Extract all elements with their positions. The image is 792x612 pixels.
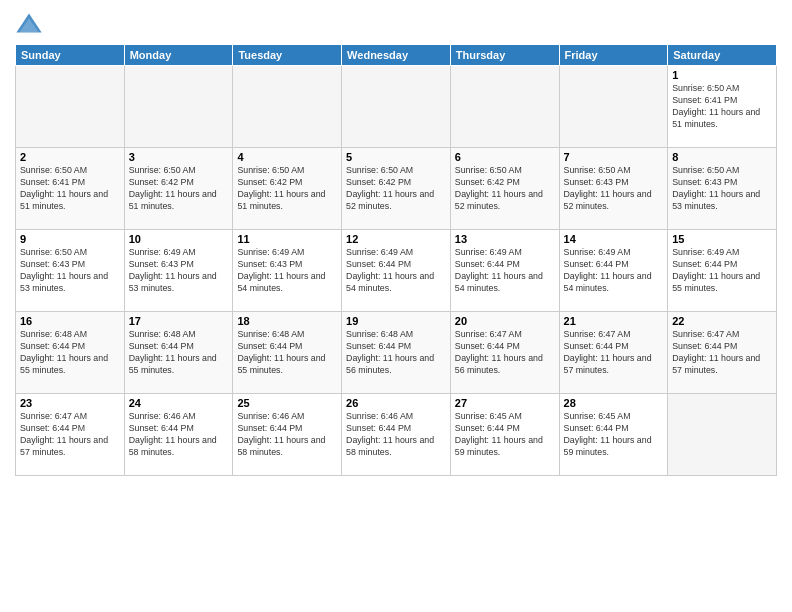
- calendar-header-tuesday: Tuesday: [233, 45, 342, 66]
- logo-icon: [15, 10, 43, 38]
- calendar-cell-5: 5Sunrise: 6:50 AMSunset: 6:42 PMDaylight…: [342, 148, 451, 230]
- calendar-cell-26: 26Sunrise: 6:46 AMSunset: 6:44 PMDayligh…: [342, 394, 451, 476]
- calendar-cell-15: 15Sunrise: 6:49 AMSunset: 6:44 PMDayligh…: [668, 230, 777, 312]
- calendar-cell-empty: [342, 66, 451, 148]
- day-info: Sunrise: 6:50 AMSunset: 6:42 PMDaylight:…: [129, 165, 229, 213]
- day-info: Sunrise: 6:50 AMSunset: 6:41 PMDaylight:…: [672, 83, 772, 131]
- day-number: 2: [20, 151, 120, 163]
- day-info: Sunrise: 6:47 AMSunset: 6:44 PMDaylight:…: [564, 329, 664, 377]
- calendar-cell-16: 16Sunrise: 6:48 AMSunset: 6:44 PMDayligh…: [16, 312, 125, 394]
- calendar-cell-7: 7Sunrise: 6:50 AMSunset: 6:43 PMDaylight…: [559, 148, 668, 230]
- day-number: 23: [20, 397, 120, 409]
- calendar-cell-8: 8Sunrise: 6:50 AMSunset: 6:43 PMDaylight…: [668, 148, 777, 230]
- calendar-cell-19: 19Sunrise: 6:48 AMSunset: 6:44 PMDayligh…: [342, 312, 451, 394]
- day-info: Sunrise: 6:48 AMSunset: 6:44 PMDaylight:…: [129, 329, 229, 377]
- day-info: Sunrise: 6:50 AMSunset: 6:43 PMDaylight:…: [672, 165, 772, 213]
- calendar-cell-empty: [668, 394, 777, 476]
- day-number: 7: [564, 151, 664, 163]
- day-info: Sunrise: 6:46 AMSunset: 6:44 PMDaylight:…: [346, 411, 446, 459]
- day-info: Sunrise: 6:48 AMSunset: 6:44 PMDaylight:…: [237, 329, 337, 377]
- day-number: 12: [346, 233, 446, 245]
- day-number: 4: [237, 151, 337, 163]
- day-info: Sunrise: 6:50 AMSunset: 6:42 PMDaylight:…: [346, 165, 446, 213]
- calendar-week-3: 9Sunrise: 6:50 AMSunset: 6:43 PMDaylight…: [16, 230, 777, 312]
- day-info: Sunrise: 6:47 AMSunset: 6:44 PMDaylight:…: [455, 329, 555, 377]
- calendar-week-5: 23Sunrise: 6:47 AMSunset: 6:44 PMDayligh…: [16, 394, 777, 476]
- day-info: Sunrise: 6:47 AMSunset: 6:44 PMDaylight:…: [20, 411, 120, 459]
- day-number: 16: [20, 315, 120, 327]
- day-info: Sunrise: 6:49 AMSunset: 6:44 PMDaylight:…: [672, 247, 772, 295]
- calendar-cell-12: 12Sunrise: 6:49 AMSunset: 6:44 PMDayligh…: [342, 230, 451, 312]
- day-number: 15: [672, 233, 772, 245]
- day-number: 6: [455, 151, 555, 163]
- day-number: 13: [455, 233, 555, 245]
- day-info: Sunrise: 6:50 AMSunset: 6:43 PMDaylight:…: [20, 247, 120, 295]
- calendar-header-thursday: Thursday: [450, 45, 559, 66]
- day-number: 18: [237, 315, 337, 327]
- day-info: Sunrise: 6:48 AMSunset: 6:44 PMDaylight:…: [20, 329, 120, 377]
- day-number: 28: [564, 397, 664, 409]
- calendar-cell-14: 14Sunrise: 6:49 AMSunset: 6:44 PMDayligh…: [559, 230, 668, 312]
- calendar-cell-24: 24Sunrise: 6:46 AMSunset: 6:44 PMDayligh…: [124, 394, 233, 476]
- calendar-cell-empty: [450, 66, 559, 148]
- day-number: 1: [672, 69, 772, 81]
- calendar-cell-empty: [559, 66, 668, 148]
- day-info: Sunrise: 6:50 AMSunset: 6:41 PMDaylight:…: [20, 165, 120, 213]
- calendar-cell-empty: [16, 66, 125, 148]
- calendar-week-4: 16Sunrise: 6:48 AMSunset: 6:44 PMDayligh…: [16, 312, 777, 394]
- calendar-cell-2: 2Sunrise: 6:50 AMSunset: 6:41 PMDaylight…: [16, 148, 125, 230]
- day-number: 22: [672, 315, 772, 327]
- day-number: 17: [129, 315, 229, 327]
- day-info: Sunrise: 6:49 AMSunset: 6:43 PMDaylight:…: [129, 247, 229, 295]
- day-number: 27: [455, 397, 555, 409]
- calendar-cell-13: 13Sunrise: 6:49 AMSunset: 6:44 PMDayligh…: [450, 230, 559, 312]
- day-number: 11: [237, 233, 337, 245]
- day-number: 24: [129, 397, 229, 409]
- day-number: 20: [455, 315, 555, 327]
- day-info: Sunrise: 6:49 AMSunset: 6:44 PMDaylight:…: [564, 247, 664, 295]
- logo: [15, 10, 47, 38]
- day-info: Sunrise: 6:49 AMSunset: 6:44 PMDaylight:…: [455, 247, 555, 295]
- calendar-cell-18: 18Sunrise: 6:48 AMSunset: 6:44 PMDayligh…: [233, 312, 342, 394]
- calendar-week-1: 1Sunrise: 6:50 AMSunset: 6:41 PMDaylight…: [16, 66, 777, 148]
- day-number: 3: [129, 151, 229, 163]
- calendar-cell-9: 9Sunrise: 6:50 AMSunset: 6:43 PMDaylight…: [16, 230, 125, 312]
- day-number: 8: [672, 151, 772, 163]
- calendar-cell-21: 21Sunrise: 6:47 AMSunset: 6:44 PMDayligh…: [559, 312, 668, 394]
- calendar-cell-23: 23Sunrise: 6:47 AMSunset: 6:44 PMDayligh…: [16, 394, 125, 476]
- calendar-cell-4: 4Sunrise: 6:50 AMSunset: 6:42 PMDaylight…: [233, 148, 342, 230]
- day-info: Sunrise: 6:50 AMSunset: 6:43 PMDaylight:…: [564, 165, 664, 213]
- calendar-cell-3: 3Sunrise: 6:50 AMSunset: 6:42 PMDaylight…: [124, 148, 233, 230]
- calendar-header-monday: Monday: [124, 45, 233, 66]
- calendar-header-friday: Friday: [559, 45, 668, 66]
- day-number: 19: [346, 315, 446, 327]
- calendar-cell-22: 22Sunrise: 6:47 AMSunset: 6:44 PMDayligh…: [668, 312, 777, 394]
- calendar-cell-10: 10Sunrise: 6:49 AMSunset: 6:43 PMDayligh…: [124, 230, 233, 312]
- calendar-header-saturday: Saturday: [668, 45, 777, 66]
- day-info: Sunrise: 6:49 AMSunset: 6:44 PMDaylight:…: [346, 247, 446, 295]
- calendar-cell-6: 6Sunrise: 6:50 AMSunset: 6:42 PMDaylight…: [450, 148, 559, 230]
- calendar-cell-empty: [124, 66, 233, 148]
- calendar-header-sunday: Sunday: [16, 45, 125, 66]
- day-number: 26: [346, 397, 446, 409]
- calendar-cell-27: 27Sunrise: 6:45 AMSunset: 6:44 PMDayligh…: [450, 394, 559, 476]
- day-info: Sunrise: 6:50 AMSunset: 6:42 PMDaylight:…: [455, 165, 555, 213]
- day-info: Sunrise: 6:45 AMSunset: 6:44 PMDaylight:…: [455, 411, 555, 459]
- calendar-cell-20: 20Sunrise: 6:47 AMSunset: 6:44 PMDayligh…: [450, 312, 559, 394]
- day-info: Sunrise: 6:50 AMSunset: 6:42 PMDaylight:…: [237, 165, 337, 213]
- day-info: Sunrise: 6:46 AMSunset: 6:44 PMDaylight:…: [129, 411, 229, 459]
- day-info: Sunrise: 6:47 AMSunset: 6:44 PMDaylight:…: [672, 329, 772, 377]
- day-info: Sunrise: 6:49 AMSunset: 6:43 PMDaylight:…: [237, 247, 337, 295]
- day-number: 25: [237, 397, 337, 409]
- calendar-cell-25: 25Sunrise: 6:46 AMSunset: 6:44 PMDayligh…: [233, 394, 342, 476]
- day-number: 9: [20, 233, 120, 245]
- calendar: SundayMondayTuesdayWednesdayThursdayFrid…: [15, 44, 777, 476]
- header: [15, 10, 777, 38]
- day-info: Sunrise: 6:46 AMSunset: 6:44 PMDaylight:…: [237, 411, 337, 459]
- calendar-week-2: 2Sunrise: 6:50 AMSunset: 6:41 PMDaylight…: [16, 148, 777, 230]
- calendar-cell-empty: [233, 66, 342, 148]
- calendar-cell-28: 28Sunrise: 6:45 AMSunset: 6:44 PMDayligh…: [559, 394, 668, 476]
- page: SundayMondayTuesdayWednesdayThursdayFrid…: [0, 0, 792, 612]
- day-number: 21: [564, 315, 664, 327]
- calendar-cell-1: 1Sunrise: 6:50 AMSunset: 6:41 PMDaylight…: [668, 66, 777, 148]
